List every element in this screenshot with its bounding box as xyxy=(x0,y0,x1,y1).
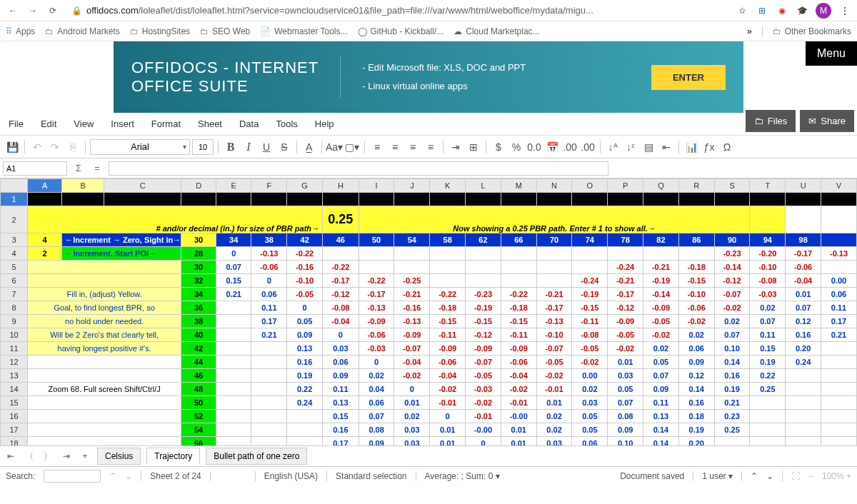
cell-r9-c3[interactable]: -0.04 xyxy=(323,315,359,328)
cell-r7-c15[interactable]: -0.03 xyxy=(750,288,786,301)
bookmark-android[interactable]: 🗀Android Markets xyxy=(45,26,119,36)
cell-r3-3[interactable]: 46 xyxy=(323,233,359,247)
cell-r17-c3[interactable]: 0.16 xyxy=(323,423,359,437)
cell-r18-c2[interactable] xyxy=(287,437,323,446)
cell-r13-c9[interactable]: -0.02 xyxy=(536,369,572,383)
cell-r6-c11[interactable]: -0.21 xyxy=(608,274,643,288)
cell-r8-c3[interactable]: -0.08 xyxy=(323,301,359,315)
cell-r6-c16[interactable]: -0.04 xyxy=(786,274,821,288)
cell-r11-c15[interactable]: 0.15 xyxy=(750,342,786,356)
cell-r8-c16[interactable]: 0.07 xyxy=(786,301,821,315)
cell-r18-c6[interactable]: 0.01 xyxy=(430,437,466,446)
cell-r5-c15[interactable]: -0.10 xyxy=(750,261,786,274)
cell-r13-c2[interactable]: 0.19 xyxy=(287,369,323,383)
cell-r7-c3[interactable]: -0.12 xyxy=(323,288,359,301)
cell-r13-c4[interactable]: 0.02 xyxy=(359,369,394,383)
cell-r3-11[interactable]: 78 xyxy=(608,233,643,247)
cell-r12-c15[interactable]: 0.19 xyxy=(750,356,786,369)
cell-r14-c11[interactable]: 0.05 xyxy=(608,383,643,396)
cell-r2-left[interactable]: # and/or decimal (in.) for size of PBR p… xyxy=(28,206,323,233)
cell-r5-c8[interactable] xyxy=(501,261,536,274)
cell-r3-6[interactable]: 58 xyxy=(430,233,466,247)
row-header-17[interactable]: 17 xyxy=(1,423,28,437)
col-header-J[interactable]: J xyxy=(394,179,430,193)
cell-r7-c2[interactable]: -0.05 xyxy=(287,288,323,301)
bookmark-cloud[interactable]: ☁Cloud Marketplac... xyxy=(453,26,539,36)
currency-icon[interactable]: $ xyxy=(491,139,506,155)
cell-r15-c2[interactable]: 0.24 xyxy=(287,396,323,410)
cell-r13-c10[interactable]: 0.00 xyxy=(572,369,608,383)
selection-mode[interactable]: Standard selection xyxy=(336,471,406,481)
align-left-icon[interactable]: ≡ xyxy=(369,139,385,155)
tab-first-icon[interactable]: ⇤ xyxy=(4,451,17,461)
cell-r13-c0[interactable] xyxy=(216,369,251,383)
cell-r14-c1[interactable] xyxy=(251,383,287,396)
cell-r13-c6[interactable]: -0.04 xyxy=(430,369,466,383)
chart-icon[interactable]: 📊 xyxy=(683,139,699,155)
col-header-F[interactable]: F xyxy=(251,179,287,193)
cell-r18-c10[interactable]: 0.06 xyxy=(572,437,608,446)
cell-r8-c2[interactable]: 0 xyxy=(287,301,323,315)
cell-r7-c4[interactable]: -0.17 xyxy=(359,288,394,301)
url-bar[interactable]: 🔒 offidocs.com/loleaflet/dist/loleaflet.… xyxy=(66,4,730,17)
cell-r14-c0[interactable] xyxy=(216,383,251,396)
row-header-7[interactable]: 7 xyxy=(1,288,28,301)
cell-r13-c8[interactable]: -0.04 xyxy=(501,369,536,383)
cell-r9-c8[interactable]: -0.15 xyxy=(501,315,536,328)
cell-r18-c16[interactable] xyxy=(786,437,821,446)
cell-r5-c3[interactable]: -0.22 xyxy=(323,261,359,274)
cell-r6-c9[interactable] xyxy=(536,274,572,288)
omega-icon[interactable]: Ω xyxy=(719,139,735,155)
cell-r7-c0[interactable]: 0.21 xyxy=(216,288,251,301)
cell-r6-c7[interactable] xyxy=(466,274,501,288)
cell-D8[interactable]: 36 xyxy=(181,301,216,315)
cell-r14-c14[interactable]: 0.19 xyxy=(714,383,750,396)
cell-r14-c15[interactable]: 0.25 xyxy=(750,383,786,396)
filter-icon[interactable]: ▤ xyxy=(641,139,656,155)
col-header-G[interactable]: G xyxy=(287,179,323,193)
cell-r4-c17[interactable]: -0.13 xyxy=(821,247,857,261)
cell-r17-c2[interactable] xyxy=(287,423,323,437)
cell-D17[interactable]: 54 xyxy=(181,423,216,437)
cell-r18-c7[interactable]: 0 xyxy=(466,437,501,446)
cell-r5-c10[interactable] xyxy=(572,261,608,274)
col-header-N[interactable]: N xyxy=(536,179,572,193)
cell-r5-c4[interactable] xyxy=(359,261,394,274)
cell-A3[interactable]: 4 xyxy=(28,233,62,247)
cell-r17-c10[interactable]: 0.05 xyxy=(572,423,608,437)
tab-bullet[interactable]: Bullet path of one zero xyxy=(206,448,307,465)
zoom-out-icon[interactable]: − xyxy=(808,471,813,481)
cell-D9[interactable]: 38 xyxy=(181,315,216,328)
cell-r3-16[interactable]: 98 xyxy=(786,233,821,247)
cell-desc-11[interactable]: having longest positive #'s. xyxy=(28,342,181,356)
cell-r18-c0[interactable] xyxy=(216,437,251,446)
cell-r3-10[interactable]: 74 xyxy=(572,233,608,247)
cell-r6-c3[interactable]: -0.17 xyxy=(323,274,359,288)
cell-r11-c0[interactable] xyxy=(216,342,251,356)
bookmark-apps[interactable]: ⠿Apps xyxy=(6,26,35,36)
cell-desc-8[interactable]: Goal, to find longest BPR, so xyxy=(28,301,181,315)
row-header-13[interactable]: 13 xyxy=(1,369,28,383)
kebab-menu-icon[interactable]: ⋮ xyxy=(838,4,851,17)
cell-r8-c5[interactable]: -0.16 xyxy=(394,301,430,315)
cell-r16-c12[interactable]: 0.13 xyxy=(643,410,679,423)
dec-inc-icon[interactable]: .00 xyxy=(562,139,578,155)
col-header-P[interactable]: P xyxy=(608,179,643,193)
cell-r5-c12[interactable]: -0.21 xyxy=(643,261,679,274)
cell-r8-c4[interactable]: -0.13 xyxy=(359,301,394,315)
cell-r6-c12[interactable]: -0.19 xyxy=(643,274,679,288)
sort-desc-icon[interactable]: ↓ᶻ xyxy=(623,139,638,155)
cell-r4-c14[interactable]: -0.23 xyxy=(714,247,750,261)
cell-D14[interactable]: 48 xyxy=(181,383,216,396)
col-header-E[interactable]: E xyxy=(216,179,251,193)
bookmark-webmaster[interactable]: 📄Webmaster Tools... xyxy=(260,26,347,36)
cell-D5[interactable]: 30 xyxy=(181,261,216,274)
row-header-8[interactable]: 8 xyxy=(1,301,28,315)
cell-r11-c4[interactable]: -0.03 xyxy=(359,342,394,356)
cell-r5-c9[interactable] xyxy=(536,261,572,274)
redo-icon[interactable]: ↷ xyxy=(47,139,63,155)
cell-r11-c5[interactable]: -0.07 xyxy=(394,342,430,356)
cell-r16-c8[interactable]: -0.00 xyxy=(501,410,536,423)
col-header-L[interactable]: L xyxy=(466,179,501,193)
cell-r9-c7[interactable]: -0.15 xyxy=(466,315,501,328)
